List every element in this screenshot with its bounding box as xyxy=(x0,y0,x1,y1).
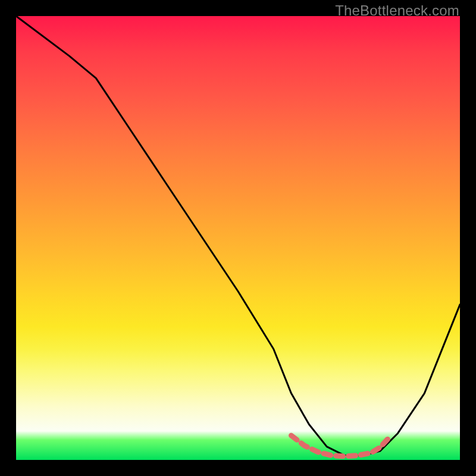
plot-area xyxy=(16,16,460,460)
watermark-text: TheBottleneck.com xyxy=(335,2,459,19)
chart-svg xyxy=(16,16,460,460)
chart-frame: TheBottleneck.com xyxy=(0,0,476,476)
bottleneck-curve xyxy=(16,16,460,456)
